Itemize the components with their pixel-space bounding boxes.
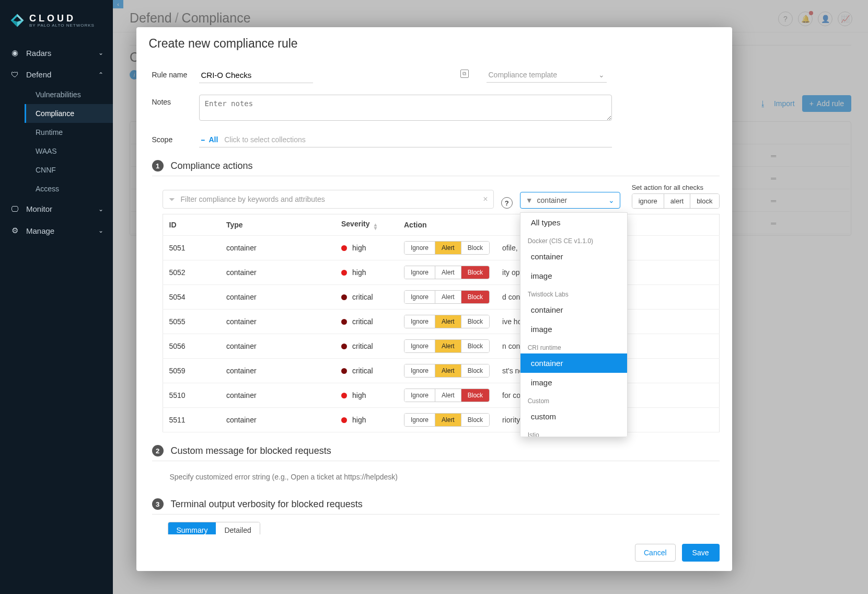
nav-manage[interactable]: ⚙ Manage ⌄ bbox=[0, 220, 113, 242]
action-alert-button[interactable]: Alert bbox=[435, 364, 461, 377]
nav-access[interactable]: Access bbox=[26, 179, 113, 198]
action-block-button[interactable]: Block bbox=[461, 266, 489, 279]
dd-option[interactable]: container bbox=[520, 247, 627, 266]
nav-defend-submenu: Vulnerabilities Compliance Runtime WAAS … bbox=[0, 85, 113, 198]
bulk-block-button[interactable]: block bbox=[690, 194, 719, 208]
nav-cnnf[interactable]: CNNF bbox=[26, 161, 113, 179]
action-block-button[interactable]: Block bbox=[461, 291, 489, 303]
nav-radars[interactable]: ◉ Radars ⌄ bbox=[0, 42, 113, 64]
action-ignore-button[interactable]: Ignore bbox=[404, 340, 435, 352]
dd-option[interactable]: custom bbox=[520, 407, 627, 426]
dd-option[interactable]: image bbox=[520, 266, 627, 285]
action-block-button[interactable]: Block bbox=[461, 414, 489, 426]
dd-group-label: Docker (CIS CE v1.1.0) bbox=[520, 232, 627, 247]
action-block-button[interactable]: Block bbox=[461, 340, 489, 352]
nav-runtime[interactable]: Runtime bbox=[26, 123, 113, 142]
table-row[interactable]: 5051 container high Ignore Alert Block o… bbox=[163, 236, 719, 260]
bulk-ignore-button[interactable]: ignore bbox=[632, 194, 664, 208]
verbosity-segment: Summary Detailed bbox=[168, 522, 260, 534]
verbosity-summary-button[interactable]: Summary bbox=[168, 522, 216, 534]
table-row[interactable]: 5055 container critical Ignore Alert Blo… bbox=[163, 310, 719, 334]
action-segment: Ignore Alert Block bbox=[404, 413, 490, 427]
dd-option[interactable]: image bbox=[520, 373, 627, 392]
brand-tagline: BY PALO ALTO NETWORKS bbox=[29, 23, 95, 28]
type-filter-dropdown[interactable]: ▼ container ⌄ All types Docker (CIS CE v… bbox=[520, 192, 620, 209]
dd-option[interactable]: container bbox=[520, 353, 627, 373]
action-alert-button[interactable]: Alert bbox=[435, 389, 461, 402]
col-type[interactable]: Type bbox=[220, 214, 335, 236]
chevron-down-icon: ⌄ bbox=[98, 227, 103, 234]
type-filter-popover: All types Docker (CIS CE v1.1.0)containe… bbox=[520, 212, 628, 437]
action-alert-button[interactable]: Alert bbox=[435, 340, 461, 352]
col-id[interactable]: ID bbox=[163, 214, 220, 236]
severity-dot-icon bbox=[341, 319, 347, 325]
action-block-button[interactable]: Block bbox=[461, 315, 489, 328]
monitor-icon: 🖵 bbox=[9, 204, 20, 213]
action-ignore-button[interactable]: Ignore bbox=[404, 414, 435, 426]
gear-icon: ⚙ bbox=[9, 226, 20, 235]
col-severity[interactable]: Severity▲▼ bbox=[335, 214, 398, 236]
rule-name-input[interactable] bbox=[199, 67, 313, 83]
funnel-icon: ▼ bbox=[526, 196, 533, 204]
brand-name: CLOUD bbox=[29, 13, 95, 24]
help-icon[interactable]: ? bbox=[501, 197, 513, 209]
custom-message-input[interactable] bbox=[168, 469, 720, 486]
action-segment: Ignore Alert Block bbox=[404, 364, 490, 378]
action-alert-button[interactable]: Alert bbox=[435, 242, 461, 254]
action-alert-button[interactable]: Alert bbox=[435, 315, 461, 328]
action-ignore-button[interactable]: Ignore bbox=[404, 291, 435, 303]
dd-opt-all-types[interactable]: All types bbox=[520, 213, 627, 232]
nav-defend[interactable]: 🛡 Defend ⌃ bbox=[0, 64, 113, 85]
action-block-button[interactable]: Block bbox=[461, 389, 489, 402]
table-row[interactable]: 5054 container critical Ignore Alert Blo… bbox=[163, 285, 719, 310]
nav-monitor[interactable]: 🖵 Monitor ⌄ bbox=[0, 198, 113, 220]
table-row[interactable]: 5052 container high Ignore Alert Block i… bbox=[163, 260, 719, 285]
sidebar: CLOUD BY PALO ALTO NETWORKS ◉ Radars ⌄ 🛡… bbox=[0, 0, 113, 594]
table-row[interactable]: 5511 container high Ignore Alert Block r… bbox=[163, 408, 719, 432]
table-row[interactable]: 5056 container critical Ignore Alert Blo… bbox=[163, 334, 719, 359]
action-block-button[interactable]: Block bbox=[461, 242, 489, 254]
compliance-filter-input[interactable]: ⏷ Filter compliance by keywords and attr… bbox=[163, 190, 494, 209]
brand-logo: CLOUD BY PALO ALTO NETWORKS bbox=[0, 0, 113, 39]
copy-icon[interactable]: ⧉ bbox=[460, 70, 469, 78]
action-ignore-button[interactable]: Ignore bbox=[404, 242, 435, 254]
dd-option[interactable]: image bbox=[520, 319, 627, 339]
action-block-button[interactable]: Block bbox=[461, 364, 489, 377]
shield-icon: 🛡 bbox=[9, 70, 20, 79]
step-badge-1: 1 bbox=[152, 160, 164, 172]
severity-dot-icon bbox=[341, 294, 347, 300]
action-alert-button[interactable]: Alert bbox=[435, 414, 461, 426]
bulk-action-label: Set action for all checks bbox=[632, 184, 720, 191]
action-alert-button[interactable]: Alert bbox=[435, 266, 461, 279]
col-action[interactable]: Action bbox=[398, 214, 496, 236]
action-ignore-button[interactable]: Ignore bbox=[404, 364, 435, 377]
action-ignore-button[interactable]: Ignore bbox=[404, 315, 435, 328]
radar-icon: ◉ bbox=[9, 48, 20, 58]
section-verbosity: Terminal output verbosity for blocked re… bbox=[171, 499, 363, 510]
nav-compliance[interactable]: Compliance bbox=[25, 104, 113, 123]
cloud-logo-icon bbox=[9, 13, 25, 28]
save-button[interactable]: Save bbox=[682, 544, 720, 562]
scope-input[interactable]: ━ All Click to select collections bbox=[199, 132, 612, 147]
verbosity-detailed-button[interactable]: Detailed bbox=[216, 522, 259, 534]
severity-dot-icon bbox=[341, 270, 347, 276]
table-row[interactable]: 5510 container high Ignore Alert Block f… bbox=[163, 383, 719, 408]
chevron-up-icon: ⌃ bbox=[98, 71, 103, 78]
nav-waas[interactable]: WAAS bbox=[26, 142, 113, 161]
action-ignore-button[interactable]: Ignore bbox=[404, 266, 435, 279]
table-row[interactable]: 5059 container critical Ignore Alert Blo… bbox=[163, 359, 719, 383]
sort-icon: ▲▼ bbox=[373, 223, 378, 230]
notes-input[interactable] bbox=[199, 95, 612, 121]
nav-vulnerabilities[interactable]: Vulnerabilities bbox=[26, 85, 113, 104]
severity-dot-icon bbox=[341, 368, 347, 374]
dd-group-label: Custom bbox=[520, 392, 627, 407]
clear-filter-icon[interactable]: × bbox=[483, 195, 488, 204]
bulk-alert-button[interactable]: alert bbox=[664, 194, 690, 208]
compliance-template-select[interactable]: Compliance template ⌄ bbox=[487, 67, 607, 83]
action-ignore-button[interactable]: Ignore bbox=[404, 389, 435, 402]
step-badge-2: 2 bbox=[152, 445, 164, 456]
dd-option[interactable]: container bbox=[520, 300, 627, 319]
cancel-button[interactable]: Cancel bbox=[635, 544, 676, 562]
main-nav: ◉ Radars ⌄ 🛡 Defend ⌃ Vulnerabilities Co… bbox=[0, 39, 113, 242]
action-alert-button[interactable]: Alert bbox=[435, 291, 461, 303]
